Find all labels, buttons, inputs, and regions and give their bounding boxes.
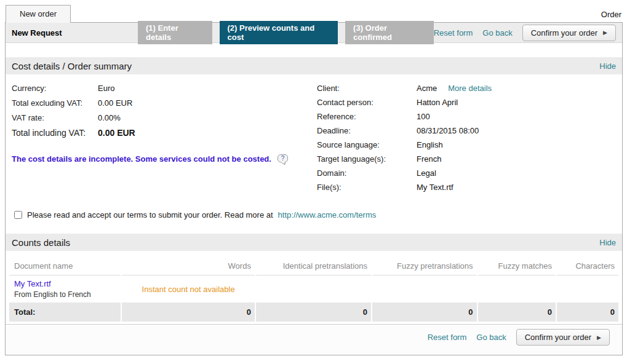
field-reference: Reference: 100 bbox=[317, 112, 616, 121]
terms-link[interactable]: http://www.acme.com/terms bbox=[278, 210, 377, 220]
cost-section-body: Currency: Euro Total excluding VAT: 0.00… bbox=[6, 74, 622, 197]
field-total-incl-vat: Total including VAT: 0.00 EUR bbox=[12, 128, 317, 138]
toolbar-actions: Reset form Go back Confirm your order ▶ bbox=[434, 25, 616, 41]
terms-checkbox[interactable] bbox=[14, 211, 22, 219]
tab-new-order[interactable]: New order bbox=[6, 5, 71, 23]
counts-section-header: Counts details Hide bbox=[6, 234, 622, 251]
document-link[interactable]: My Text.rtf bbox=[14, 279, 117, 288]
total-label: Total: bbox=[9, 303, 121, 322]
empty-cell bbox=[557, 275, 618, 303]
more-details-link[interactable]: More details bbox=[448, 84, 492, 93]
step-1-enter-details: (1) Enter details bbox=[138, 21, 212, 44]
empty-cell bbox=[256, 275, 371, 303]
cost-hide-link[interactable]: Hide bbox=[599, 61, 616, 71]
field-label: Contact person: bbox=[317, 98, 417, 107]
empty-cell bbox=[372, 275, 477, 303]
request-title: New Request bbox=[12, 28, 138, 38]
field-value: Legal bbox=[417, 168, 436, 178]
field-value: 0.00 EUR bbox=[98, 128, 135, 138]
footer-reset-form-link[interactable]: Reset form bbox=[428, 333, 467, 342]
document-cell: My Text.rtf From English to French bbox=[9, 275, 121, 303]
document-language-pair: From English to French bbox=[14, 290, 91, 299]
order-page-label: Order bbox=[601, 10, 621, 19]
total-words: 0 bbox=[122, 303, 255, 322]
terms-row: Please read and accept our terms to subm… bbox=[14, 210, 616, 220]
counts-table: Document name Words Identical pretransla… bbox=[8, 257, 620, 322]
field-value: 0.00% bbox=[98, 113, 121, 122]
field-label: Total excluding VAT: bbox=[12, 98, 98, 108]
field-currency: Currency: Euro bbox=[12, 84, 317, 93]
field-value: Acme bbox=[417, 84, 437, 93]
field-value: English bbox=[417, 140, 443, 149]
field-value: French bbox=[417, 154, 441, 164]
field-label: Domain: bbox=[317, 168, 417, 178]
cost-left-column: Currency: Euro Total excluding VAT: 0.00… bbox=[12, 84, 317, 197]
column-fuzzy-matches: Fuzzy matches bbox=[478, 257, 556, 275]
total-fuzzy-pretranslations: 0 bbox=[372, 303, 477, 322]
field-label: File(s): bbox=[317, 183, 417, 192]
field-value: 0.00 EUR bbox=[98, 98, 132, 108]
field-vat-rate: VAT rate: 0.00% bbox=[12, 113, 317, 122]
field-label: Currency: bbox=[12, 84, 98, 93]
wizard-steps: (1) Enter details (2) Preview counts and… bbox=[138, 21, 434, 44]
table-row: My Text.rtf From English to French Insta… bbox=[9, 275, 618, 303]
column-identical-pretranslations: Identical pretranslations bbox=[256, 257, 371, 275]
wizard-toolbar: New Request (1) Enter details (2) Previe… bbox=[6, 23, 622, 43]
column-fuzzy-pretranslations: Fuzzy pretranslations bbox=[372, 257, 477, 275]
field-value: 08/31/2015 08:00 bbox=[417, 126, 479, 135]
column-words: Words bbox=[122, 257, 255, 275]
right-arrow-icon: ▶ bbox=[597, 334, 601, 341]
right-arrow-icon: ▶ bbox=[603, 30, 607, 36]
count-status: Instant count not available bbox=[122, 275, 255, 303]
counts-header-row: Document name Words Identical pretransla… bbox=[9, 257, 618, 275]
cost-section-title: Cost details / Order summary bbox=[12, 61, 132, 71]
field-target-languages: Target language(s): French bbox=[317, 154, 616, 164]
total-characters: 0 bbox=[557, 303, 618, 322]
confirm-order-label: Confirm your order bbox=[531, 28, 597, 38]
empty-cell bbox=[478, 275, 556, 303]
field-value: Hatton April bbox=[417, 98, 458, 107]
field-source-language: Source language: English bbox=[317, 140, 616, 149]
footer-confirm-order-button[interactable]: Confirm your order ▶ bbox=[516, 329, 610, 346]
total-fuzzy-matches: 0 bbox=[478, 303, 556, 322]
step-3-order-confirmed: (3) Order confirmed bbox=[345, 21, 434, 44]
field-label: VAT rate: bbox=[12, 113, 98, 122]
confirm-order-button[interactable]: Confirm your order ▶ bbox=[522, 25, 616, 41]
field-label: Total including VAT: bbox=[12, 128, 98, 138]
field-contact-person: Contact person: Hatton April bbox=[317, 98, 616, 107]
column-characters: Characters bbox=[557, 257, 618, 275]
field-domain: Domain: Legal bbox=[317, 168, 616, 178]
reset-form-link[interactable]: Reset form bbox=[434, 28, 473, 38]
column-document-name: Document name bbox=[9, 257, 121, 275]
footer-go-back-link[interactable]: Go back bbox=[476, 333, 506, 342]
field-deadline: Deadline: 08/31/2015 08:00 bbox=[317, 126, 616, 135]
cost-section-header: Cost details / Order summary Hide bbox=[6, 57, 622, 74]
field-files: File(s): My Text.rtf bbox=[317, 183, 616, 192]
field-value: 100 bbox=[417, 112, 430, 121]
total-row: Total: 0 0 0 0 0 bbox=[9, 303, 618, 322]
tab-bar: New order bbox=[6, 5, 71, 23]
field-label: Deadline: bbox=[317, 126, 417, 135]
field-total-excl-vat: Total excluding VAT: 0.00 EUR bbox=[12, 98, 317, 108]
counts-section-title: Counts details bbox=[12, 237, 70, 248]
field-value: My Text.rtf bbox=[417, 183, 453, 192]
cost-warning-row: The cost details are incomplete. Some se… bbox=[12, 154, 317, 164]
go-back-link[interactable]: Go back bbox=[482, 28, 512, 38]
counts-hide-link[interactable]: Hide bbox=[599, 238, 616, 247]
field-label: Target language(s): bbox=[317, 154, 417, 164]
field-label: Client: bbox=[317, 84, 417, 93]
terms-text: Please read and accept our terms to subm… bbox=[27, 210, 273, 220]
step-2-preview-counts: (2) Preview counts and cost bbox=[220, 21, 338, 44]
footer-confirm-order-label: Confirm your order bbox=[525, 333, 591, 342]
field-value: Euro bbox=[98, 84, 114, 93]
footer-actions: Reset form Go back Confirm your order ▶ bbox=[6, 324, 622, 355]
cost-warning-text: The cost details are incomplete. Some se… bbox=[12, 154, 271, 164]
main-panel: New Request (1) Enter details (2) Previe… bbox=[5, 22, 623, 355]
field-label: Reference: bbox=[317, 112, 417, 121]
total-identical-pretranslations: 0 bbox=[256, 303, 371, 322]
cost-right-column: Client: Acme More details Contact person… bbox=[317, 84, 616, 197]
help-icon[interactable]: ? bbox=[278, 154, 288, 162]
field-label: Source language: bbox=[317, 140, 417, 149]
field-client: Client: Acme More details bbox=[317, 84, 616, 93]
